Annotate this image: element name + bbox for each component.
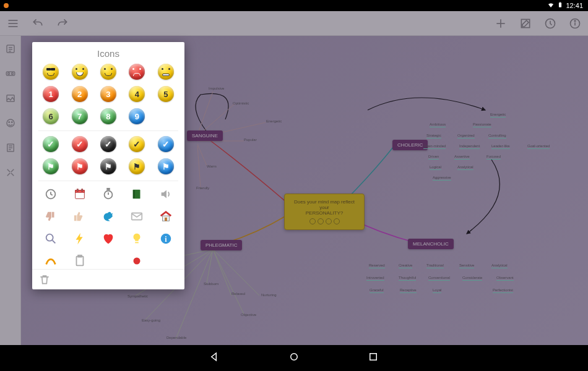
rail-icons-button[interactable]	[4, 116, 17, 130]
check-blue-icon[interactable]	[158, 136, 174, 152]
trait[interactable]: Objective	[241, 313, 256, 317]
trait[interactable]: Aggressive	[433, 176, 451, 181]
number-9-icon[interactable]: 9	[129, 108, 145, 124]
bulb-icon[interactable]	[129, 231, 145, 247]
rail-image-button[interactable]	[4, 92, 17, 105]
nav-recent-button[interactable]	[368, 351, 379, 365]
bird-icon[interactable]	[100, 208, 116, 224]
rail-collapse-button[interactable]	[4, 166, 17, 179]
nav-home-button[interactable]	[288, 351, 300, 365]
node-choleric[interactable]: CHOLERIC	[392, 140, 428, 150]
face-smile-icon[interactable]	[100, 64, 116, 80]
history-button[interactable]	[542, 15, 558, 32]
rail-link-button[interactable]	[4, 67, 17, 80]
home-icon[interactable]	[158, 208, 174, 224]
check-black-icon[interactable]	[100, 136, 116, 152]
trait[interactable]: Conventional	[428, 276, 450, 281]
edit-button[interactable]	[517, 15, 534, 32]
trait[interactable]: Warm	[207, 164, 217, 168]
trait[interactable]: Independent	[459, 144, 480, 149]
trait[interactable]: Open-minded	[423, 144, 446, 149]
number-8-icon[interactable]: 8	[100, 108, 116, 124]
clock-icon[interactable]	[43, 186, 59, 202]
icons-scroll[interactable]: 1 2 3 4 5 6 7 8 9	[32, 64, 184, 269]
central-node[interactable]: Does your mind map reflect your PERSONAL…	[284, 194, 365, 230]
trait[interactable]: Analytical	[457, 165, 473, 170]
magnifier-icon[interactable]	[43, 231, 59, 247]
trait[interactable]: Leader-like	[491, 144, 510, 149]
trait[interactable]: Sensitive	[459, 263, 474, 268]
number-7-icon[interactable]: 7	[72, 108, 88, 124]
trait[interactable]: Perfectionist	[493, 288, 513, 293]
check-red-icon[interactable]	[72, 136, 88, 152]
trash-icon[interactable]	[38, 273, 51, 286]
trait[interactable]: Logical	[430, 165, 441, 170]
trait[interactable]: Popular	[244, 138, 257, 142]
info-button[interactable]	[567, 15, 583, 32]
trait[interactable]: Strategic	[426, 134, 441, 139]
flag-black-icon[interactable]	[100, 158, 116, 174]
trait[interactable]: Driven	[428, 155, 439, 160]
trait[interactable]: Easy-going	[142, 318, 160, 322]
bolt-icon[interactable]	[72, 231, 88, 247]
flag-yellow-icon[interactable]	[129, 158, 145, 174]
number-5-icon[interactable]: 5	[158, 86, 174, 102]
rail-notes-button[interactable]	[4, 141, 17, 155]
thumbs-down-icon[interactable]	[43, 208, 59, 224]
calendar-icon[interactable]	[72, 186, 88, 202]
trait[interactable]: Relaxed	[231, 292, 245, 296]
rail-outline-button[interactable]	[4, 42, 17, 56]
stopwatch-icon[interactable]	[100, 186, 116, 202]
trait[interactable]: Loyal	[433, 288, 441, 293]
trait[interactable]: Goal-oriented	[527, 144, 550, 149]
add-button[interactable]	[493, 15, 509, 32]
trait[interactable]: Creative	[399, 263, 412, 268]
heart-icon[interactable]	[100, 231, 116, 247]
node-phlegmatic[interactable]: PHLEGMATIC	[201, 240, 242, 250]
trait[interactable]: Optimistic	[233, 101, 249, 105]
trait[interactable]: Reserved	[369, 263, 385, 268]
trait[interactable]: Dependable	[166, 336, 186, 339]
curve-icon[interactable]	[43, 253, 59, 269]
trait[interactable]: Receptive	[400, 288, 417, 293]
node-melancholic[interactable]: MELANCHOLIC	[408, 239, 454, 249]
trait[interactable]: Organized	[457, 134, 475, 139]
menu-button[interactable]	[5, 15, 21, 32]
trait[interactable]: Graceful	[370, 288, 384, 293]
trait[interactable]: Controlling	[488, 134, 506, 139]
trait[interactable]: Passionate	[473, 122, 491, 127]
book-icon[interactable]	[129, 186, 145, 202]
red-dot-icon[interactable]	[129, 253, 145, 269]
number-3-icon[interactable]: 3	[100, 86, 116, 102]
trait[interactable]: Introverted	[366, 276, 384, 281]
trait[interactable]: Sympathetic	[128, 294, 148, 298]
flag-green-icon[interactable]	[43, 158, 59, 174]
check-green-icon[interactable]	[43, 136, 59, 152]
trait[interactable]: Analytical	[491, 263, 508, 268]
trait[interactable]: Energetic	[266, 119, 282, 123]
redo-button[interactable]	[54, 15, 71, 32]
flag-red-icon[interactable]	[72, 158, 88, 174]
speaker-icon[interactable]	[158, 186, 174, 202]
trait[interactable]: Nurturing	[261, 293, 277, 297]
face-grin-icon[interactable]	[72, 64, 88, 80]
flag-blue-icon[interactable]	[158, 158, 174, 174]
trait[interactable]: Energetic	[490, 113, 506, 117]
trait[interactable]: Traditional	[426, 263, 444, 268]
number-4-icon[interactable]: 4	[129, 86, 145, 102]
trait[interactable]: Focused	[486, 155, 501, 160]
trait[interactable]: Impulsive	[209, 87, 224, 90]
node-sanguine[interactable]: SANGUINE	[187, 130, 223, 141]
mail-icon[interactable]	[129, 208, 145, 224]
check-yellow-icon[interactable]	[129, 136, 145, 152]
undo-button[interactable]	[30, 15, 46, 32]
info-icon[interactable]: i	[158, 231, 174, 247]
number-6-icon[interactable]: 6	[43, 108, 59, 124]
number-2-icon[interactable]: 2	[72, 86, 88, 102]
nav-back-button[interactable]	[209, 351, 220, 365]
trait[interactable]: Ambitious	[430, 122, 446, 127]
face-grimace-icon[interactable]	[158, 64, 174, 80]
trait[interactable]: Thoughtful	[399, 276, 416, 281]
trait[interactable]: Stubborn	[204, 282, 218, 286]
face-sunglasses-icon[interactable]	[43, 64, 59, 80]
